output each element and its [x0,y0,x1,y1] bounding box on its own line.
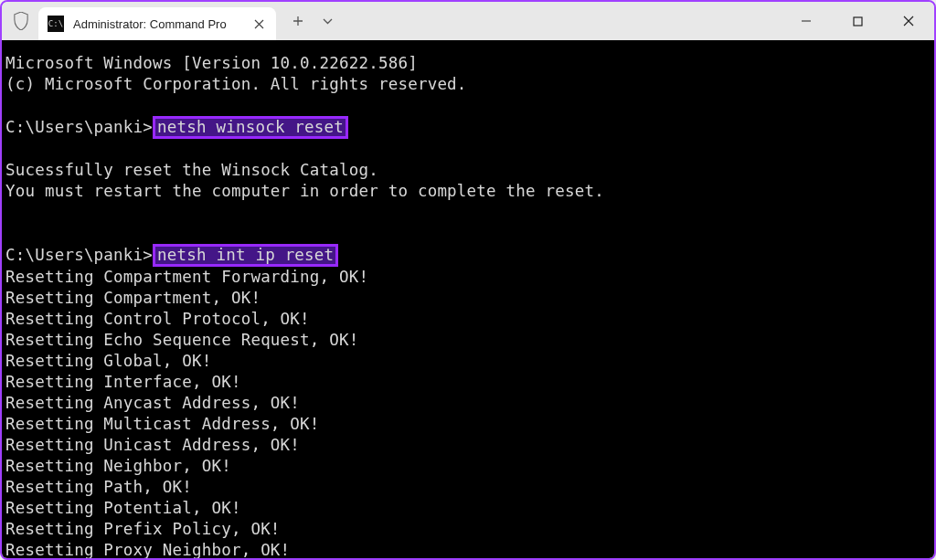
output-line: Resetting Compartment, OK! [5,289,261,307]
new-tab-button[interactable] [283,6,313,36]
output-line: Resetting Echo Sequence Request, OK! [5,331,359,349]
output-line: Resetting Unicast Address, OK! [5,436,300,454]
version-line: Microsoft Windows [Version 10.0.22622.58… [5,54,418,72]
tab-dropdown-button[interactable] [313,6,342,36]
output-line: Resetting Global, OK! [5,352,211,370]
output-line: Resetting Anycast Address, OK! [5,394,300,412]
output-line: Sucessfully reset the Winsock Catalog. [5,161,378,179]
output-line: Resetting Proxy Neighbor, OK! [5,541,290,558]
window-controls [781,2,934,40]
output-line: Resetting Interface, OK! [5,373,241,391]
svg-rect-0 [854,17,862,26]
output-line: You must restart the computer in order t… [5,182,604,200]
output-line: Resetting Neighbor, OK! [5,457,231,475]
maximize-button[interactable] [832,2,883,40]
output-line: Resetting Prefix Policy, OK! [5,520,281,538]
close-button[interactable] [883,2,934,40]
tab-actions [283,6,342,36]
prompt-path: C:\Users\panki [5,118,143,136]
output-line: Resetting Potential, OK! [5,499,241,517]
shield-icon [13,12,29,30]
terminal-content[interactable]: Microsoft Windows [Version 10.0.22622.58… [2,40,934,558]
output-line: Resetting Path, OK! [5,478,192,496]
prompt-path: C:\Users\panki [5,246,143,264]
output-line: Resetting Control Protocol, OK! [5,310,310,328]
output-line: Resetting Multicast Address, OK! [5,415,320,433]
command-prompt-icon: C:\ [48,16,64,32]
prompt-symbol: > [143,118,153,136]
tab-close-button[interactable] [250,16,267,32]
output-line: Resetting Compartment Forwarding, OK! [5,268,368,286]
copyright-line: (c) Microsoft Corporation. All rights re… [5,75,467,93]
active-tab[interactable]: C:\ Administrator: Command Pro [38,7,276,40]
prompt-symbol: > [143,246,153,264]
command-highlight: netsh winsock reset [153,116,348,139]
tab-title: Administrator: Command Pro [73,17,241,31]
command-highlight: netsh int ip reset [153,244,338,267]
title-bar: C:\ Administrator: Command Pro [2,2,934,40]
minimize-button[interactable] [781,2,832,40]
